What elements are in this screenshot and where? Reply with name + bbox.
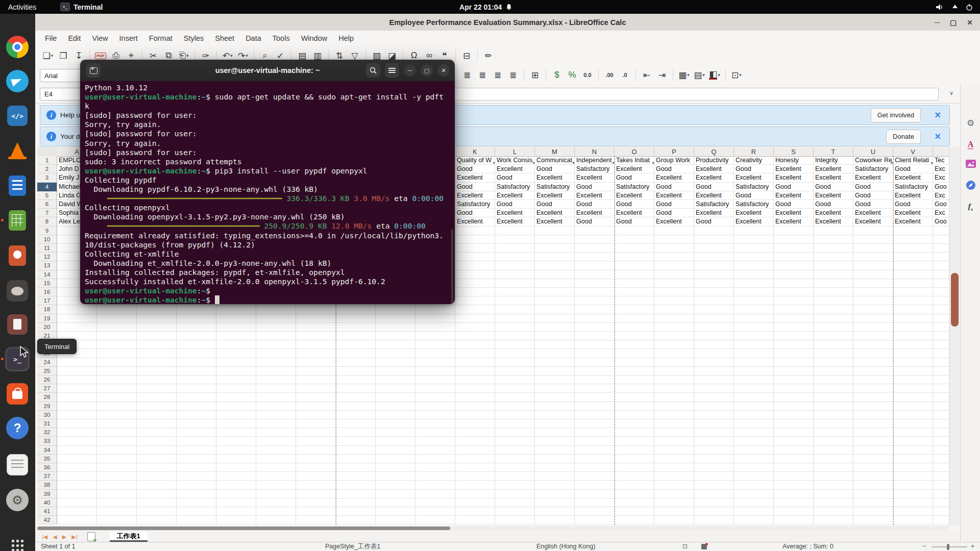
cell-S6[interactable]: Good — [774, 200, 814, 209]
cell-K2[interactable]: Good — [455, 165, 495, 173]
cell-Q2[interactable]: Excellent — [694, 165, 734, 173]
cell-Q3[interactable]: Excellent — [694, 173, 734, 182]
row-header-35[interactable]: 35 — [37, 455, 57, 463]
cell-U5[interactable]: Good — [853, 191, 893, 200]
cell-S7[interactable]: Excellent — [774, 209, 814, 217]
cell-K1[interactable]: Quality of W▸ — [455, 156, 495, 165]
cell-S3[interactable]: Excellent — [774, 173, 814, 182]
language-label[interactable]: English (Hong Kong) — [536, 542, 595, 551]
conditional-formatting-button[interactable]: ⊡▾ — [730, 68, 743, 82]
column-header-N[interactable]: N — [575, 147, 615, 156]
vertical-scrollbar-thumb[interactable] — [951, 273, 959, 327]
cell-M6[interactable]: Good — [535, 200, 575, 209]
terminal-scrollbar-thumb[interactable] — [451, 229, 453, 304]
column-header-S[interactable]: S — [774, 147, 814, 156]
cell-M3[interactable]: Excellent — [535, 173, 575, 182]
infobar-close-icon[interactable]: ✕ — [935, 132, 941, 141]
cell-Q5[interactable]: Excellent — [694, 191, 734, 200]
row-header-6[interactable]: 6 — [37, 200, 57, 209]
row-header-31[interactable]: 31 — [37, 419, 57, 428]
cell-Q1[interactable]: Productivity — [694, 156, 734, 165]
column-header-T[interactable]: T — [814, 147, 853, 156]
cell-R3[interactable]: Excellent — [734, 173, 774, 182]
menu-edit[interactable]: Edit — [62, 31, 86, 46]
row-header-7[interactable]: 7 — [37, 209, 57, 217]
cell-W2[interactable]: Exc — [933, 165, 949, 173]
cell-V5[interactable]: Excellent — [893, 191, 933, 200]
select-all-corner[interactable] — [37, 147, 58, 157]
menu-help[interactable]: Help — [333, 31, 359, 46]
row-header-40[interactable]: 40 — [37, 498, 57, 507]
add-sheet-button[interactable] — [87, 532, 95, 541]
cell-S1[interactable]: Honesty — [774, 156, 814, 165]
cell-R2[interactable]: Good — [734, 165, 774, 173]
cell-V6[interactable]: Good — [893, 200, 933, 209]
cell-N4[interactable]: Good — [575, 183, 615, 191]
dock-vlc[interactable] — [5, 138, 30, 163]
horizontal-scrollbar[interactable] — [37, 525, 949, 531]
sidebar-gallery-button[interactable] — [961, 156, 980, 171]
horizontal-scrollbar-thumb[interactable] — [37, 527, 450, 530]
row-header-13[interactable]: 13 — [37, 261, 57, 270]
cell-T4[interactable]: Good — [814, 183, 853, 191]
column-header-Q[interactable]: Q — [694, 147, 734, 156]
row-header-34[interactable]: 34 — [37, 446, 57, 455]
terminal-headerbar[interactable]: user@user-virtual-machine: ~ ─ ▢ ✕ — [80, 60, 455, 82]
cell-W6[interactable]: Goo — [933, 200, 949, 209]
sidebar-properties-button[interactable]: ⚙ — [961, 115, 980, 131]
dock-vscode[interactable]: </> — [5, 104, 30, 128]
sheet-tab-active[interactable]: 工作表1 — [110, 532, 148, 542]
cell-L2[interactable]: Excellent — [495, 165, 535, 173]
add-decimal-button[interactable]: .00 — [603, 68, 616, 82]
dock-text-editor[interactable] — [5, 453, 30, 477]
row-header-11[interactable]: 11 — [37, 244, 57, 253]
terminal-window[interactable]: user@user-virtual-machine: ~ ─ ▢ ✕ Pytho… — [80, 60, 455, 304]
minimize-button[interactable]: ─ — [935, 18, 940, 27]
column-header-O[interactable]: O — [615, 147, 654, 156]
cell-P4[interactable]: Good — [654, 183, 694, 191]
dock-document-viewer[interactable] — [5, 312, 30, 337]
row-header-18[interactable]: 18 — [37, 305, 57, 314]
previous-sheet-button[interactable]: ◀ — [53, 534, 57, 540]
zoom-out-button[interactable]: − — [922, 542, 926, 551]
cell-U1[interactable]: Coworker Re▸ — [853, 156, 893, 165]
row-header-25[interactable]: 25 — [37, 367, 57, 375]
border-color-button[interactable]: ◧▾ — [708, 68, 721, 82]
cell-S2[interactable]: Excellent — [774, 165, 814, 173]
menu-sheet[interactable]: Sheet — [209, 31, 240, 46]
dock-settings[interactable]: ⚙ — [5, 488, 30, 512]
row-header-24[interactable]: 24 — [37, 358, 57, 367]
cell-K4[interactable]: Good — [455, 183, 495, 191]
row-header-3[interactable]: 3 — [37, 173, 57, 182]
sidebar-functions-button[interactable]: fx — [961, 199, 980, 214]
column-header-L[interactable]: L — [495, 147, 535, 156]
last-sheet-button[interactable]: ▶| — [71, 534, 77, 540]
terminal-minimize-button[interactable]: ─ — [404, 64, 416, 77]
cell-R4[interactable]: Satisfactory — [734, 183, 774, 191]
cell-N8[interactable]: Good — [575, 217, 615, 226]
cell-P5[interactable]: Excellent — [654, 191, 694, 200]
close-button[interactable]: ✕ — [967, 18, 973, 27]
cell-N2[interactable]: Satisfactory — [575, 165, 615, 173]
first-sheet-button[interactable]: |◀ — [42, 534, 47, 540]
dock-help[interactable]: ? — [5, 416, 30, 440]
row-header-2[interactable]: 2 — [37, 165, 57, 173]
cell-L4[interactable]: Satisfactory — [495, 183, 535, 191]
row-header-37[interactable]: 37 — [37, 472, 57, 481]
terminal-maximize-button[interactable]: ▢ — [421, 64, 433, 77]
cell-T3[interactable]: Excellent — [814, 173, 853, 182]
cell-L3[interactable]: Good — [495, 173, 535, 182]
cell-T6[interactable]: Good — [814, 200, 853, 209]
freeze-panes-button[interactable]: ⊟ — [460, 49, 473, 62]
cell-L5[interactable]: Excellent — [495, 191, 535, 200]
document-modified-icon[interactable] — [701, 544, 707, 549]
dock-telegram[interactable] — [5, 69, 30, 93]
cell-P8[interactable]: Excellent — [654, 217, 694, 226]
cell-V3[interactable]: Excellent — [893, 173, 933, 182]
next-sheet-button[interactable]: ▶ — [62, 534, 66, 540]
cell-W4[interactable]: Goo — [933, 183, 949, 191]
border-style-button[interactable]: ▤▾ — [693, 68, 706, 82]
zoom-slider[interactable] — [932, 546, 967, 547]
cell-O8[interactable]: Good — [615, 217, 654, 226]
cell-M7[interactable]: Excellent — [535, 209, 575, 217]
